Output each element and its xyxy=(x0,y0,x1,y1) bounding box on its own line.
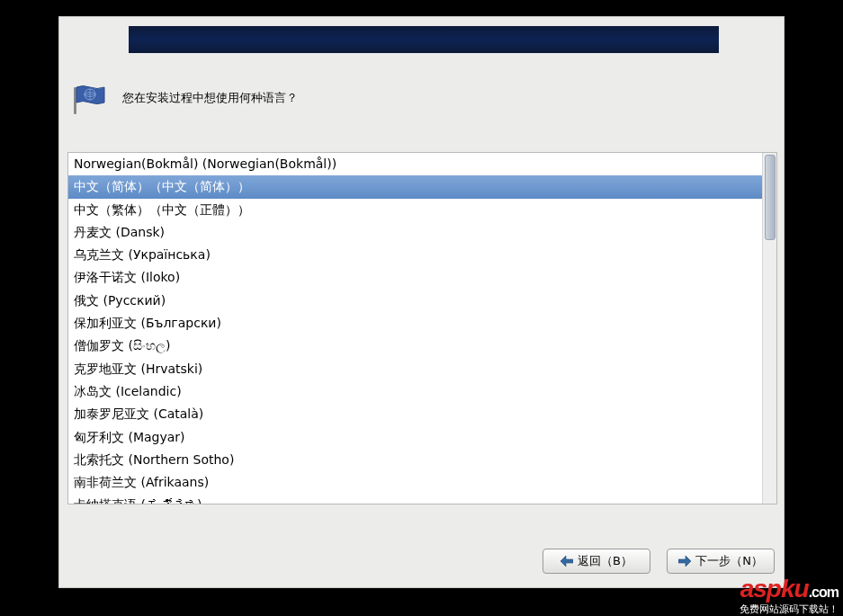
language-option[interactable]: 中文（简体）（中文（简体）） xyxy=(68,175,762,198)
language-option[interactable]: 俄文 (Русский) xyxy=(68,290,762,312)
language-option[interactable]: Norwegian(Bokmål) (Norwegian(Bokmål)) xyxy=(68,153,762,175)
globe-flag-icon xyxy=(72,85,108,112)
language-list[interactable]: Norwegian(Bokmål) (Norwegian(Bokmål))中文（… xyxy=(68,153,762,504)
language-option[interactable]: 僧伽罗文 (සිංහල) xyxy=(68,335,762,357)
language-option[interactable]: 卡纳塔克语 (ಕನ್ನಡ) xyxy=(68,494,762,504)
language-list-viewport: Norwegian(Bokmål) (Norwegian(Bokmål))中文（… xyxy=(68,153,762,504)
watermark-tagline: 免费网站源码下载站！ xyxy=(740,603,839,616)
language-option[interactable]: 中文（繁体）（中文（正體）） xyxy=(68,199,762,221)
language-option[interactable]: 丹麦文 (Dansk) xyxy=(68,221,762,244)
language-option[interactable]: 克罗地亚文 (Hrvatski) xyxy=(68,358,762,380)
arrow-left-icon xyxy=(561,555,573,567)
top-banner xyxy=(129,26,719,53)
language-option[interactable]: 南非荷兰文 (Afrikaans) xyxy=(68,471,762,494)
scrollbar-thumb[interactable] xyxy=(765,155,776,240)
language-list-container: Norwegian(Bokmål) (Norwegian(Bokmål))中文（… xyxy=(67,152,777,504)
prompt-text: 您在安装过程中想使用何种语言？ xyxy=(122,90,298,106)
language-option[interactable]: 冰岛文 (Icelandic) xyxy=(68,380,762,403)
next-button[interactable]: 下一步（N） xyxy=(667,549,775,574)
next-button-label: 下一步（N） xyxy=(695,553,763,569)
language-option[interactable]: 保加利亚文 (Български) xyxy=(68,312,762,335)
scrollbar[interactable] xyxy=(762,153,776,504)
language-option[interactable]: 加泰罗尼亚文 (Català) xyxy=(68,403,762,425)
prompt-row: 您在安装过程中想使用何种语言？ xyxy=(72,85,298,112)
language-option[interactable]: 伊洛干诺文 (Iloko) xyxy=(68,266,762,289)
language-option[interactable]: 匈牙利文 (Magyar) xyxy=(68,426,762,449)
back-button[interactable]: 返回（B） xyxy=(543,549,650,574)
footer-buttons: 返回（B） 下一步（N） xyxy=(543,549,775,574)
watermark-brand-suffix: .com xyxy=(809,585,839,600)
arrow-right-icon xyxy=(678,555,691,567)
installer-window: 您在安装过程中想使用何种语言？ Norwegian(Bokmål) (Norwe… xyxy=(58,16,785,588)
language-option[interactable]: 北索托文 (Northern Sotho) xyxy=(68,449,762,471)
back-button-label: 返回（B） xyxy=(578,553,632,569)
language-option[interactable]: 乌克兰文 (Українська) xyxy=(68,244,762,266)
